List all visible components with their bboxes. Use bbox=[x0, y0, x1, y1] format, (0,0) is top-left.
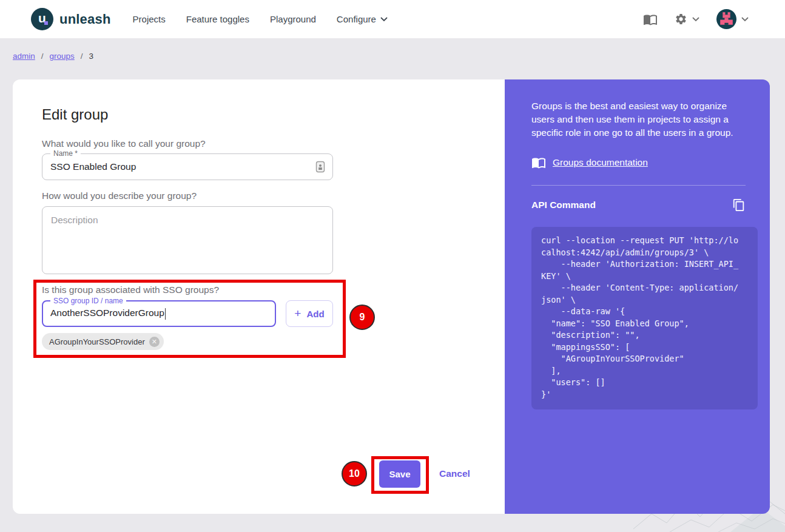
logo-dot bbox=[44, 21, 48, 25]
doc-link-label: Groups documentation bbox=[553, 157, 648, 168]
breadcrumb: admin / groups / 3 bbox=[13, 52, 93, 61]
edit-group-form: Edit group What would you like to call y… bbox=[13, 79, 505, 514]
brand-name: unleash bbox=[59, 12, 111, 27]
copy-icon bbox=[732, 198, 746, 212]
api-command-header: API Command bbox=[531, 198, 746, 212]
sso-question-label: Is this group associated with SSO groups… bbox=[42, 285, 219, 295]
documentation-button[interactable] bbox=[643, 12, 658, 27]
book-icon bbox=[531, 155, 546, 170]
sidebar-divider bbox=[531, 185, 746, 186]
book-icon bbox=[643, 12, 658, 27]
chip-remove-button[interactable]: ✕ bbox=[149, 337, 160, 347]
breadcrumb-admin[interactable]: admin bbox=[13, 52, 35, 61]
annotation-badge-9: 9 bbox=[349, 305, 375, 330]
save-button[interactable]: Save bbox=[379, 460, 420, 488]
top-navbar: u unleash Projects Feature toggles Playg… bbox=[0, 0, 785, 38]
chip-label: AGroupInYourSSOProvider bbox=[49, 337, 145, 346]
password-manager-icon[interactable] bbox=[315, 161, 325, 173]
nav-feature-toggles[interactable]: Feature toggles bbox=[186, 14, 249, 24]
api-command-code-block[interactable]: curl --location --request PUT 'http://lo… bbox=[531, 227, 758, 409]
nav-configure[interactable]: Configure bbox=[337, 14, 388, 24]
chevron-down-icon bbox=[692, 17, 699, 22]
breadcrumb-current: 3 bbox=[89, 52, 94, 61]
chevron-down-icon bbox=[741, 17, 749, 22]
add-sso-group-button[interactable]: + Add bbox=[286, 300, 333, 327]
nav-playground[interactable]: Playground bbox=[270, 14, 316, 24]
text-cursor bbox=[165, 308, 166, 320]
curl-command: curl --location --request PUT 'http://lo… bbox=[541, 235, 748, 400]
breadcrumb-groups[interactable]: groups bbox=[50, 52, 75, 61]
profile-menu-button[interactable] bbox=[716, 9, 749, 29]
unleash-logo[interactable]: u unleash bbox=[31, 8, 111, 30]
header-actions bbox=[643, 9, 749, 29]
info-sidebar: Groups is the best and easiest way to or… bbox=[505, 79, 770, 514]
name-field-value: SSO Enabled Group bbox=[50, 161, 315, 172]
gear-icon bbox=[675, 13, 687, 25]
breadcrumb-separator: / bbox=[41, 52, 44, 61]
main-nav: Projects Feature toggles Playground Conf… bbox=[133, 14, 388, 24]
group-description-input[interactable] bbox=[42, 207, 332, 274]
nav-projects[interactable]: Projects bbox=[133, 14, 166, 24]
cancel-button[interactable]: Cancel bbox=[439, 468, 470, 479]
edit-group-card: Edit group What would you like to call y… bbox=[13, 79, 770, 514]
sso-field-label: SSO group ID / name bbox=[50, 297, 126, 305]
sso-group-input[interactable]: SSO group ID / name AnotherSSOProviderGr… bbox=[42, 300, 276, 327]
group-name-input[interactable]: Name * SSO Enabled Group bbox=[42, 153, 333, 180]
copy-command-button[interactable] bbox=[732, 198, 746, 212]
settings-menu-button[interactable] bbox=[675, 13, 699, 25]
group-description-field bbox=[42, 206, 333, 274]
breadcrumb-separator: / bbox=[81, 52, 83, 61]
name-field-label: Name * bbox=[50, 149, 81, 158]
avatar bbox=[716, 9, 736, 29]
groups-documentation-link[interactable]: Groups documentation bbox=[531, 155, 746, 170]
name-question-label: What would you like to call your group? bbox=[42, 138, 206, 149]
unleash-logo-icon: u bbox=[31, 8, 53, 30]
description-question-label: How would you describe your group? bbox=[42, 190, 197, 201]
sso-group-chip[interactable]: AGroupInYourSSOProvider ✕ bbox=[42, 333, 164, 350]
groups-description-text: Groups is the best and easiest way to or… bbox=[531, 99, 747, 140]
chevron-down-icon bbox=[380, 17, 388, 22]
annotation-badge-10: 10 bbox=[342, 461, 367, 487]
plus-icon: + bbox=[294, 307, 301, 320]
sso-field-value: AnotherSSOProviderGroup bbox=[50, 308, 268, 319]
api-command-title: API Command bbox=[531, 200, 596, 210]
close-icon: ✕ bbox=[152, 338, 157, 345]
page-title: Edit group bbox=[42, 106, 108, 123]
